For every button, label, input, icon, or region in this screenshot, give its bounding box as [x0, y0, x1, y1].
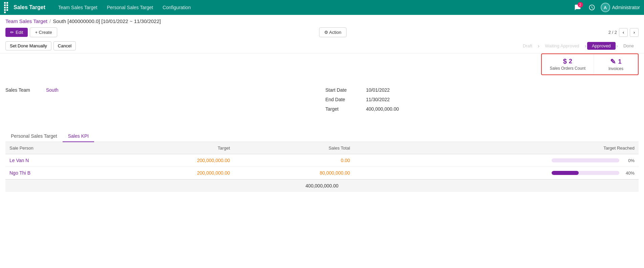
dollar-icon: $ [563, 58, 567, 65]
nav-personal-sales-target[interactable]: Personal Sales Target [102, 0, 158, 15]
start-date-row: Start Date 10/01/2022 [326, 87, 639, 93]
cell-target: 200,000,000.00 [106, 167, 234, 179]
col-sales-total: Sales Total [234, 142, 354, 154]
app-title: Sales Target [14, 4, 45, 10]
cancel-button[interactable]: Cancel [53, 41, 76, 50]
col-target-reached: Target Reached [354, 142, 639, 154]
target-row: Target 400,000,000.00 [326, 106, 639, 112]
target-value: 400,000,000.00 [366, 106, 399, 112]
end-date-row: End Date 11/30/2022 [326, 97, 639, 102]
smart-buttons: $ 2 Sales Orders Count ✎ 1 Invoices [541, 53, 639, 75]
notification-badge: 2 [578, 2, 583, 7]
pager-next[interactable]: › [630, 28, 639, 37]
step-arrow-3: › [616, 43, 618, 49]
form-section: Sales Team South Start Date 10/01/2022 E… [5, 81, 639, 122]
end-date-value: 11/30/2022 [366, 97, 390, 102]
step-arrow-1: › [538, 43, 539, 49]
sales-orders-label: Sales Orders Count [550, 66, 585, 71]
cell-target: 200,000,000.00 [106, 154, 234, 167]
toolbar: ✏ Edit + Create ⚙ Action 2 / 2 ‹ › [0, 26, 644, 40]
cell-sale-person[interactable]: Le Van N [5, 154, 106, 167]
status-bar: Set Done Manually Cancel Draft › Waiting… [0, 40, 644, 53]
col-sale-person: Sale Person [5, 142, 106, 154]
invoices-label: Invoices [608, 66, 623, 71]
create-button[interactable]: + Create [30, 27, 57, 37]
table-row: Le Van N200,000,000.000.000% [5, 154, 639, 167]
pager: 2 / 2 ‹ › [608, 28, 639, 37]
pager-prev[interactable]: ‹ [619, 28, 628, 37]
status-step-done[interactable]: Done [619, 42, 639, 50]
status-steps: Draft › Waiting Approved › Approved › Do… [518, 42, 639, 50]
smart-buttons-row: $ 2 Sales Orders Count ✎ 1 Invoices [5, 53, 639, 75]
progress-bar-bg [552, 171, 619, 175]
cell-sale-person[interactable]: Ngo Thi B [5, 167, 106, 179]
form-right: Start Date 10/01/2022 End Date 11/30/202… [326, 87, 639, 116]
invoice-icon: ✎ [610, 58, 616, 66]
tab-personal-sales-target[interactable]: Personal Sales Target [5, 131, 63, 142]
footer-total: 400,000,000.00 [306, 183, 338, 188]
tab-sales-kpi[interactable]: Sales KPI [63, 131, 94, 142]
cell-sales-total: 80,000,000.00 [234, 167, 354, 179]
cell-sales-total: 0.00 [234, 154, 354, 167]
sales-team-value: South [46, 87, 59, 93]
step-arrow-2: › [585, 43, 586, 49]
form-left: Sales Team South [5, 87, 319, 116]
messages-icon[interactable]: 2 [572, 2, 583, 13]
user-name: Administrator [612, 5, 640, 10]
set-done-button[interactable]: Set Done Manually [5, 41, 51, 50]
edit-icon: ✏ [10, 30, 14, 35]
status-step-waiting[interactable]: Waiting Approved [540, 42, 584, 50]
breadcrumb-separator: / [49, 18, 51, 24]
table-footer: 400,000,000.00 [5, 179, 639, 192]
invoices-count: 1 [618, 58, 621, 65]
action-button[interactable]: ⚙ Action [319, 27, 347, 37]
main-content: $ 2 Sales Orders Count ✎ 1 Invoices [0, 53, 644, 197]
nav-configuration[interactable]: Configuration [158, 0, 195, 15]
col-target: Target [106, 142, 234, 154]
table-row: Ngo Thi B200,000,000.0080,000,000.0040% [5, 167, 639, 179]
progress-bar-bg [552, 158, 619, 162]
sales-team-label: Sales Team [5, 87, 46, 93]
clock-icon[interactable] [586, 2, 597, 13]
top-navigation: Sales Target Team Sales Target Personal … [0, 0, 644, 15]
nav-team-sales-target[interactable]: Team Sales Target [53, 0, 102, 15]
invoices-button[interactable]: ✎ 1 Invoices [594, 54, 638, 74]
page-content: Team Sales Target / South [400000000.0] … [0, 15, 644, 268]
sales-team-row: Sales Team South [5, 87, 319, 93]
sales-table: Sale Person Target Sales Total Target Re… [5, 142, 639, 179]
status-step-draft[interactable]: Draft [518, 42, 537, 50]
edit-button[interactable]: ✏ Edit [5, 28, 28, 37]
status-step-approved[interactable]: Approved [587, 42, 616, 50]
avatar: A [601, 3, 610, 12]
breadcrumb-current: South [400000000.0] [10/01/2022 ~ 11/30/… [53, 18, 161, 24]
user-menu[interactable]: A Administrator [601, 3, 640, 12]
target-label: Target [326, 106, 366, 112]
cell-target-reached: 0% [354, 154, 639, 167]
progress-pct: 0% [623, 158, 635, 163]
apps-icon[interactable] [4, 2, 10, 13]
cell-target-reached: 40% [354, 167, 639, 179]
end-date-label: End Date [326, 97, 366, 102]
progress-bar-fill [552, 171, 579, 175]
table-header-row: Sale Person Target Sales Total Target Re… [5, 142, 639, 154]
tabs: Personal Sales Target Sales KPI [5, 131, 639, 142]
start-date-value: 10/01/2022 [366, 87, 390, 93]
pager-text: 2 / 2 [608, 30, 617, 35]
breadcrumb: Team Sales Target / South [400000000.0] … [0, 15, 644, 26]
breadcrumb-parent[interactable]: Team Sales Target [5, 18, 47, 24]
sales-orders-count: 2 [569, 58, 572, 65]
nav-links: Team Sales Target Personal Sales Target … [53, 0, 196, 15]
topnav-right: 2 A Administrator [572, 2, 640, 13]
start-date-label: Start Date [326, 87, 366, 93]
progress-pct: 40% [623, 171, 635, 176]
sales-orders-button[interactable]: $ 2 Sales Orders Count [542, 54, 594, 74]
